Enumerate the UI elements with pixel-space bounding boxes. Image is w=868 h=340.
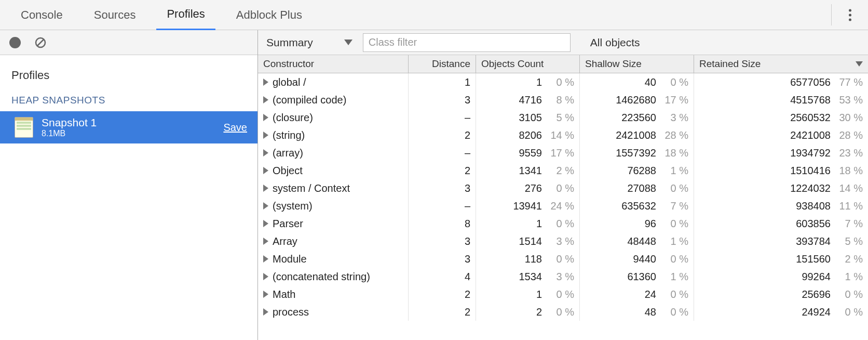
expand-icon[interactable] [263,132,268,139]
snapshot-title: Snapshot 1 [42,116,97,128]
cell-constructor: (closure) [258,109,409,126]
tab-profiles[interactable]: Profiles [156,0,215,30]
profiles-sidebar: Profiles HEAP SNAPSHOTS Snapshot 1 8.1MB… [0,30,258,340]
cell-count: 15343 % [476,268,580,285]
cell-distance: – [409,197,476,215]
table-row[interactable]: Object213412 %762881 %151041618 % [258,162,868,179]
expand-icon[interactable] [263,273,268,280]
table-row[interactable]: global /110 %400 %657705677 % [258,73,868,91]
table-row[interactable]: Array315143 %484481 %3937845 % [258,232,868,250]
cell-distance: 2 [409,162,476,179]
heap-snapshot-content: Summary All objects Constructor Distance… [258,30,868,340]
snapshot-save-link[interactable]: Save [223,122,247,134]
cell-count: 2760 % [476,179,580,197]
cell-constructor: Math [258,285,409,303]
column-header-distance[interactable]: Distance [409,55,476,73]
cell-retained: 151041618 % [694,162,868,179]
tab-adblock[interactable]: Adblock Plus [226,0,313,30]
cell-shallow: 2235603 % [580,109,694,126]
cell-shallow: 762881 % [580,162,694,179]
cell-count: 10 % [476,285,580,303]
scope-dropdown[interactable]: All objects [590,36,640,49]
cell-constructor: Array [258,232,409,250]
table-row[interactable]: system / Context32760 %270880 %122403214… [258,179,868,197]
constructor-name: (compiled code) [273,94,346,106]
cell-retained: 122403214 % [694,179,868,197]
cell-distance: 8 [409,215,476,232]
cell-retained: 93840811 % [694,197,868,215]
cell-retained: 256960 % [694,285,868,303]
constructor-name: Module [273,253,307,265]
expand-icon[interactable] [263,185,268,192]
snapshot-item[interactable]: Snapshot 1 8.1MB Save [0,111,257,143]
table-row[interactable]: (system)–1394124 %6356327 %93840811 % [258,197,868,215]
column-header-shallow[interactable]: Shallow Size [580,55,694,73]
cell-shallow: 960 % [580,215,694,232]
snapshot-icon [15,117,33,138]
svg-line-1 [37,40,44,46]
expand-icon[interactable] [263,291,268,298]
expand-icon[interactable] [263,255,268,263]
cell-distance: 2 [409,303,476,321]
cell-distance: 4 [409,268,476,285]
expand-icon[interactable] [263,96,268,103]
cell-shallow: 613601 % [580,268,694,285]
cell-distance: 3 [409,91,476,109]
table-row[interactable]: process220 %480 %249240 % [258,303,868,321]
constructor-name: (system) [273,200,313,212]
cell-count: 1180 % [476,250,580,268]
expand-icon[interactable] [263,308,268,316]
expand-icon[interactable] [263,149,268,156]
cell-retained: 3937845 % [694,232,868,250]
table-header: Constructor Distance Objects Count Shall… [258,55,868,73]
expand-icon[interactable] [263,114,268,121]
table-row[interactable]: Module31180 %94400 %1515602 % [258,250,868,268]
view-dropdown[interactable]: Summary [266,36,352,49]
expand-icon[interactable] [263,167,268,174]
column-header-count[interactable]: Objects Count [476,55,580,73]
table-row[interactable]: (string)2820614 %242100828 %242100828 % [258,126,868,144]
tab-console[interactable]: Console [10,0,73,30]
expand-icon[interactable] [263,238,268,245]
content-toolbar: Summary All objects [258,30,868,55]
tab-sources[interactable]: Sources [84,0,146,30]
cell-retained: 992641 % [694,268,868,285]
cell-distance: – [409,109,476,126]
cell-retained: 249240 % [694,303,868,321]
cell-distance: 2 [409,126,476,144]
expand-icon[interactable] [263,220,268,227]
column-header-retained[interactable]: Retained Size [694,55,868,73]
cell-constructor: (concatenated string) [258,268,409,285]
chevron-down-icon [344,40,352,45]
view-dropdown-label: Summary [266,36,313,49]
constructor-name: system / Context [273,182,350,194]
class-filter-input[interactable] [363,33,571,52]
table-row[interactable]: (array)–955917 %155739218 %193479223 % [258,144,868,162]
cell-constructor: Object [258,162,409,179]
expand-icon[interactable] [263,79,268,86]
cell-count: 955917 % [476,144,580,162]
cell-shallow: 270880 % [580,179,694,197]
expand-icon[interactable] [263,202,268,210]
table-row[interactable]: (concatenated string)415343 %613601 %992… [258,268,868,285]
table-row[interactable]: Math210 %240 %256960 % [258,285,868,303]
table-row[interactable]: Parser810 %960 %6038567 % [258,215,868,232]
cell-retained: 451576853 % [694,91,868,109]
cell-constructor: Module [258,250,409,268]
table-row[interactable]: (compiled code)347168 %146268017 %451576… [258,91,868,109]
cell-count: 47168 % [476,91,580,109]
cell-count: 10 % [476,73,580,91]
cell-distance: 3 [409,179,476,197]
table-row[interactable]: (closure)–31055 %2235603 %256053230 % [258,109,868,126]
constructor-name: Parser [273,218,303,230]
cell-constructor: (compiled code) [258,91,409,109]
record-button[interactable] [9,37,21,48]
clear-icon[interactable] [34,36,47,49]
cell-constructor: process [258,303,409,321]
sidebar-heading-profiles: Profiles [0,64,257,91]
column-header-constructor[interactable]: Constructor [258,55,409,73]
constructor-name: Object [273,165,303,177]
constructor-name: global / [273,76,306,88]
kebab-menu-icon[interactable] [845,5,856,25]
cell-distance: 3 [409,250,476,268]
